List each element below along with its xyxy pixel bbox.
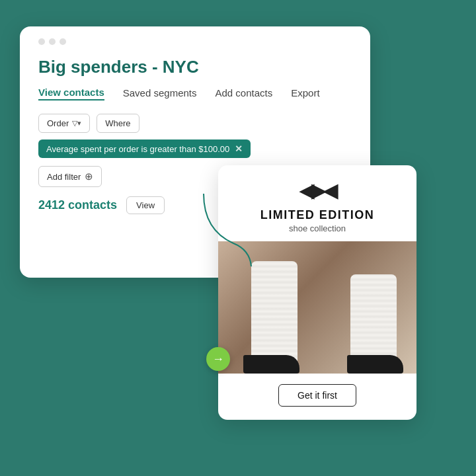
arrow-badge[interactable]: → <box>206 347 230 371</box>
shoe-left <box>243 355 299 374</box>
tab-saved-segments[interactable]: Saved segments <box>123 87 197 100</box>
logo-mark: ◀▶◀ <box>299 180 335 202</box>
dot-3 <box>60 38 66 45</box>
active-filter-text: Average spent per order is greater than … <box>46 144 229 154</box>
page-title: Big spenders - NYC <box>38 57 352 77</box>
add-filter-button[interactable]: Add filter ⊕ <box>38 166 102 187</box>
order-label: Order <box>47 118 69 128</box>
where-filter-button[interactable]: Where <box>97 114 139 133</box>
tab-view-contacts[interactable]: View contacts <box>38 87 104 100</box>
filters-row: Order ▽▾ Where Average spent per order i… <box>38 114 352 158</box>
contacts-count: 2412 contacts <box>38 198 117 212</box>
view-button[interactable]: View <box>126 196 165 214</box>
email-headline: LIMITED EDITION <box>218 208 416 222</box>
tab-export[interactable]: Export <box>291 87 319 100</box>
dot-2 <box>49 38 56 45</box>
email-product-image <box>218 241 416 374</box>
funnel-icon: ▽▾ <box>72 119 81 128</box>
where-label: Where <box>105 118 130 128</box>
nav-tabs: View contacts Saved segments Add contact… <box>38 87 352 100</box>
add-filter-label: Add filter <box>47 172 81 182</box>
order-filter-button[interactable]: Order ▽▾ <box>38 114 90 133</box>
email-preview-card: ◀▶◀ LIMITED EDITION shoe collection Get … <box>218 165 416 420</box>
plus-icon: ⊕ <box>85 171 93 182</box>
shoe-right <box>347 355 403 374</box>
email-cta-row: Get it first <box>218 384 416 407</box>
email-logo: ◀▶◀ <box>218 165 416 208</box>
email-subheadline: shoe collection <box>218 223 416 233</box>
get-it-first-button[interactable]: Get it first <box>278 384 356 407</box>
tab-add-contacts[interactable]: Add contacts <box>216 87 273 100</box>
arrow-icon: → <box>212 352 224 366</box>
close-filter-icon[interactable]: ✕ <box>235 143 243 154</box>
active-filter-tag[interactable]: Average spent per order is greater than … <box>38 139 251 158</box>
dot-1 <box>38 38 45 45</box>
browser-dots <box>38 38 352 45</box>
